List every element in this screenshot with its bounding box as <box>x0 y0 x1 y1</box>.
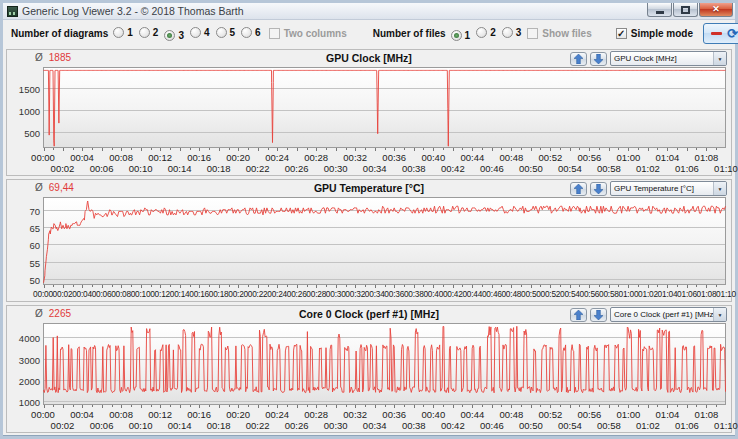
simple-mode-label: Simple mode <box>631 28 693 39</box>
x-axis-tick-label: 00:04 <box>70 152 94 163</box>
x-axis-labels: 00:0000:0200:0400:0600:0800:1000:1200:14… <box>43 289 726 300</box>
signal-down-button[interactable] <box>590 52 607 66</box>
x-axis-tick-label: 01:06 <box>675 420 699 431</box>
x-axis-tick-label: 00:12 <box>148 152 172 163</box>
diagrams-radio-6[interactable]: 6 <box>241 27 261 38</box>
x-axis-tick-label: 00:26 <box>285 163 309 174</box>
signal-down-button[interactable] <box>590 308 607 322</box>
signal-select-value: Core 0 Clock (perf #1) [MHz] <box>611 310 713 319</box>
plot-area: 5055606570 <box>43 197 726 288</box>
signal-select[interactable]: GPU Clock [MHz] ▼ <box>610 51 727 66</box>
radio-label: 3 <box>178 30 184 41</box>
x-axis-tick-label: 00:34 <box>363 163 387 174</box>
y-axis-tick-label: 3000 <box>19 354 40 365</box>
x-axis-tick-label: 00:34 <box>365 289 385 299</box>
minimize-button[interactable] <box>647 3 672 17</box>
charts-area: Ø 1885 GPU Clock [MHz] GPU Clock [MHz] ▼… <box>3 47 735 435</box>
x-axis-tick-label: 00:12 <box>150 289 170 299</box>
radio-label: 6 <box>255 27 261 38</box>
x-axis-tick-label: 00:52 <box>540 289 560 299</box>
files-radio-2[interactable]: 2 <box>476 27 496 38</box>
remove-refresh-button[interactable]: ⟳ <box>703 23 738 44</box>
radio-icon <box>190 27 201 38</box>
signal-up-button[interactable] <box>570 182 587 196</box>
radio-label: 5 <box>230 27 236 38</box>
y-axis-tick-label: 50 <box>29 274 40 285</box>
x-axis-tick-label: 01:00 <box>617 409 641 420</box>
x-axis-tick-label: 00:20 <box>226 409 250 420</box>
x-axis-tick-label: 00:30 <box>324 163 348 174</box>
x-axis-tick-label: 00:48 <box>499 152 523 163</box>
diagrams-radio-2[interactable]: 2 <box>139 27 159 38</box>
x-axis-tick-label: 00:38 <box>402 420 426 431</box>
maximize-button[interactable] <box>673 3 698 17</box>
x-axis-tick-label: 00:58 <box>597 420 621 431</box>
diagrams-radio-3[interactable]: 3 <box>164 30 184 41</box>
chevron-down-icon: ▼ <box>713 308 726 321</box>
file-count-radio-group: 123 <box>451 27 528 41</box>
window-title: Generic Log Viewer 3.2 - © 2018 Thomas B… <box>22 5 244 17</box>
x-axis-tick-label: 00:00 <box>31 152 55 163</box>
x-axis-tick-label: 01:08 <box>697 289 717 299</box>
x-axis-tick-label: 00:38 <box>404 289 424 299</box>
x-axis-tick-label: 00:46 <box>480 420 504 431</box>
plot-area: 1000200030004000 <box>43 323 726 408</box>
x-axis-tick-label: 00:14 <box>168 420 192 431</box>
x-axis-tick-label: 00:04 <box>70 409 94 420</box>
y-axis-tick-label: 70 <box>29 205 40 216</box>
x-axis-tick-label: 00:36 <box>382 152 406 163</box>
minimize-icon <box>656 11 664 14</box>
x-axis-labels: 00:0000:0200:0400:0600:0800:1000:1200:14… <box>43 152 726 174</box>
x-axis-tick-label: 00:26 <box>287 289 307 299</box>
plot-canvas <box>43 67 726 151</box>
x-axis-tick-label: 00:40 <box>423 289 443 299</box>
x-axis-tick-label: 00:52 <box>538 409 562 420</box>
x-axis-tick-label: 00:46 <box>482 289 502 299</box>
x-axis-tick-label: 00:16 <box>187 152 211 163</box>
y-axis-tick-label: 4000 <box>19 332 40 343</box>
x-axis-tick-label: 00:42 <box>443 289 463 299</box>
x-axis-tick-label: 01:02 <box>636 163 660 174</box>
x-axis-tick-label: 01:10 <box>714 163 738 174</box>
signal-up-button[interactable] <box>570 52 587 66</box>
x-axis-tick-label: 00:24 <box>265 409 289 420</box>
files-count-label: Number of files <box>373 28 446 39</box>
x-axis-tick-label: 00:18 <box>207 420 231 431</box>
app-window: Generic Log Viewer 3.2 - © 2018 Thomas B… <box>0 0 738 439</box>
signal-down-button[interactable] <box>590 182 607 196</box>
x-axis-tick-label: 01:04 <box>656 152 680 163</box>
radio-icon <box>216 27 227 38</box>
files-radio-3[interactable]: 3 <box>502 27 522 38</box>
signal-select[interactable]: Core 0 Clock (perf #1) [MHz] ▼ <box>610 307 727 322</box>
simple-mode-checkbox[interactable]: ✓ Simple mode <box>616 28 693 39</box>
x-axis-tick-label: 00:10 <box>129 420 153 431</box>
chevron-down-icon: ▼ <box>713 182 726 195</box>
down-arrow-icon <box>594 184 603 194</box>
x-axis-tick-label: 00:54 <box>558 163 582 174</box>
x-axis-tick-label: 00:26 <box>285 420 309 431</box>
x-axis-tick-label: 00:58 <box>599 289 619 299</box>
radio-icon <box>451 30 462 41</box>
x-axis-tick-label: 00:28 <box>304 409 328 420</box>
signal-select[interactable]: GPU Temperature [°C] ▼ <box>610 181 727 196</box>
x-axis-tick-label: 00:24 <box>265 152 289 163</box>
diagrams-radio-1[interactable]: 1 <box>113 27 133 38</box>
x-axis-tick-label: 00:48 <box>501 289 521 299</box>
checkbox-icon <box>527 28 538 39</box>
x-axis-tick-label: 00:16 <box>189 289 209 299</box>
x-axis-tick-label: 00:44 <box>462 289 482 299</box>
x-axis-tick-label: 00:00 <box>33 289 53 299</box>
x-axis-tick-label: 00:32 <box>343 409 367 420</box>
close-icon: ✕ <box>712 5 720 14</box>
signal-up-button[interactable] <box>570 308 587 322</box>
x-axis-tick-label: 00:34 <box>363 420 387 431</box>
x-axis-tick-label: 00:04 <box>72 289 92 299</box>
x-axis-tick-label: 00:22 <box>246 420 270 431</box>
diagrams-radio-4[interactable]: 4 <box>190 27 210 38</box>
diagrams-radio-5[interactable]: 5 <box>216 27 236 38</box>
close-button[interactable]: ✕ <box>699 3 733 17</box>
files-radio-1[interactable]: 1 <box>451 30 471 41</box>
show-files-checkbox[interactable]: Show files <box>527 28 591 39</box>
x-axis-tick-label: 00:28 <box>304 152 328 163</box>
two-columns-checkbox[interactable]: Two columns <box>269 28 347 39</box>
